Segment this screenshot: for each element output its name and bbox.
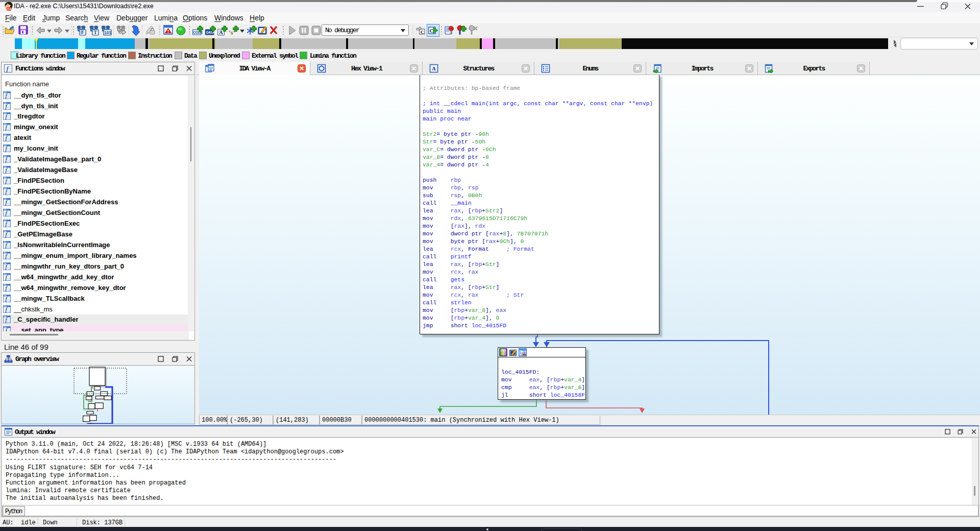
- svg-text:101: 101: [104, 30, 111, 35]
- svg-text:#: #: [81, 30, 84, 35]
- svg-text:CODE: CODE: [193, 31, 203, 34]
- svg-text:A: A: [219, 30, 223, 35]
- svg-text:64: 64: [7, 7, 11, 11]
- svg-text:C: C: [430, 28, 433, 34]
- svg-text:C: C: [421, 30, 424, 35]
- svg-text:T: T: [94, 30, 97, 35]
